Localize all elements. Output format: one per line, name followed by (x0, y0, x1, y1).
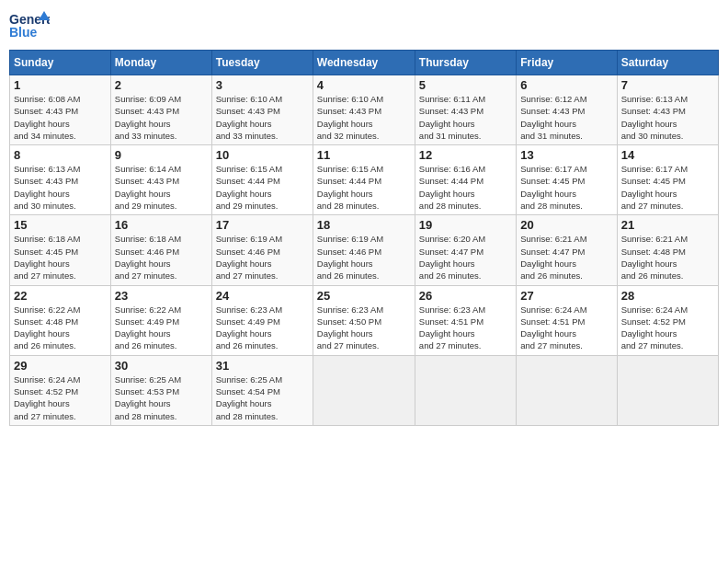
day-info: Sunrise: 6:13 AM Sunset: 4:43 PM Dayligh… (14, 163, 107, 212)
day-number: 9 (115, 148, 208, 162)
day-info: Sunrise: 6:25 AM Sunset: 4:53 PM Dayligh… (115, 373, 208, 422)
day-info: Sunrise: 6:14 AM Sunset: 4:43 PM Dayligh… (115, 163, 208, 212)
day-info: Sunrise: 6:21 AM Sunset: 4:48 PM Dayligh… (621, 233, 714, 282)
day-info: Sunrise: 6:10 AM Sunset: 4:43 PM Dayligh… (317, 93, 411, 142)
calendar-cell: 2 Sunrise: 6:09 AM Sunset: 4:43 PM Dayli… (110, 75, 211, 145)
day-info: Sunrise: 6:18 AM Sunset: 4:45 PM Dayligh… (14, 233, 107, 282)
day-number: 26 (419, 289, 512, 303)
day-number: 6 (520, 78, 612, 92)
day-info: Sunrise: 6:21 AM Sunset: 4:47 PM Dayligh… (520, 233, 612, 282)
calendar-cell: 3 Sunrise: 6:10 AM Sunset: 4:43 PM Dayli… (211, 75, 313, 145)
day-number: 23 (115, 289, 208, 303)
day-info: Sunrise: 6:13 AM Sunset: 4:43 PM Dayligh… (621, 93, 714, 142)
calendar-cell: 26 Sunrise: 6:23 AM Sunset: 4:51 PM Dayl… (415, 285, 516, 355)
day-info: Sunrise: 6:23 AM Sunset: 4:49 PM Dayligh… (216, 304, 309, 352)
day-number: 5 (419, 78, 512, 92)
calendar-cell: 15 Sunrise: 6:18 AM Sunset: 4:45 PM Dayl… (10, 215, 111, 285)
day-info: Sunrise: 6:15 AM Sunset: 4:44 PM Dayligh… (317, 163, 411, 212)
calendar-cell: 31 Sunrise: 6:25 AM Sunset: 4:54 PM Dayl… (211, 355, 313, 425)
calendar-cell: 24 Sunrise: 6:23 AM Sunset: 4:49 PM Dayl… (211, 285, 313, 355)
day-info: Sunrise: 6:17 AM Sunset: 4:45 PM Dayligh… (621, 163, 714, 212)
day-info: Sunrise: 6:22 AM Sunset: 4:49 PM Dayligh… (115, 304, 208, 352)
svg-text:Blue: Blue (9, 25, 38, 40)
calendar-cell: 19 Sunrise: 6:20 AM Sunset: 4:47 PM Dayl… (415, 215, 516, 285)
day-info: Sunrise: 6:24 AM Sunset: 4:52 PM Dayligh… (14, 373, 107, 422)
calendar-cell (517, 355, 617, 425)
day-number: 11 (317, 148, 411, 162)
calendar-cell: 16 Sunrise: 6:18 AM Sunset: 4:46 PM Dayl… (110, 215, 211, 285)
calendar-cell: 5 Sunrise: 6:11 AM Sunset: 4:43 PM Dayli… (415, 75, 516, 145)
day-number: 20 (520, 218, 612, 232)
calendar-cell: 29 Sunrise: 6:24 AM Sunset: 4:52 PM Dayl… (10, 355, 111, 425)
calendar-cell: 13 Sunrise: 6:17 AM Sunset: 4:45 PM Dayl… (517, 145, 617, 215)
day-info: Sunrise: 6:19 AM Sunset: 4:46 PM Dayligh… (216, 233, 309, 282)
header: General Blue (9, 9, 719, 42)
weekday-header: Monday (110, 51, 211, 75)
calendar-cell (313, 355, 415, 425)
day-number: 3 (216, 78, 309, 92)
weekday-header: Friday (517, 51, 617, 75)
day-info: Sunrise: 6:15 AM Sunset: 4:44 PM Dayligh… (216, 163, 309, 212)
calendar-cell: 7 Sunrise: 6:13 AM Sunset: 4:43 PM Dayli… (617, 75, 718, 145)
calendar-cell: 28 Sunrise: 6:24 AM Sunset: 4:52 PM Dayl… (617, 285, 718, 355)
day-info: Sunrise: 6:11 AM Sunset: 4:43 PM Dayligh… (419, 93, 512, 142)
day-number: 29 (14, 359, 107, 373)
calendar-week-row: 29 Sunrise: 6:24 AM Sunset: 4:52 PM Dayl… (10, 355, 719, 425)
calendar-cell: 21 Sunrise: 6:21 AM Sunset: 4:48 PM Dayl… (617, 215, 718, 285)
calendar-week-row: 8 Sunrise: 6:13 AM Sunset: 4:43 PM Dayli… (10, 145, 719, 215)
weekday-header: Thursday (415, 51, 516, 75)
day-number: 4 (317, 78, 411, 92)
calendar-cell: 22 Sunrise: 6:22 AM Sunset: 4:48 PM Dayl… (10, 285, 111, 355)
logo-icon: General Blue (9, 9, 50, 42)
day-number: 8 (14, 148, 107, 162)
day-info: Sunrise: 6:19 AM Sunset: 4:46 PM Dayligh… (317, 233, 411, 282)
day-info: Sunrise: 6:10 AM Sunset: 4:43 PM Dayligh… (216, 93, 309, 142)
calendar-cell: 1 Sunrise: 6:08 AM Sunset: 4:43 PM Dayli… (10, 75, 111, 145)
day-number: 24 (216, 289, 309, 303)
weekday-header: Tuesday (211, 51, 313, 75)
calendar-cell: 4 Sunrise: 6:10 AM Sunset: 4:43 PM Dayli… (313, 75, 415, 145)
day-info: Sunrise: 6:20 AM Sunset: 4:47 PM Dayligh… (419, 233, 512, 282)
day-number: 2 (115, 78, 208, 92)
calendar-table: SundayMondayTuesdayWednesdayThursdayFrid… (9, 50, 719, 426)
day-number: 27 (520, 289, 612, 303)
day-number: 13 (520, 148, 612, 162)
calendar-cell: 30 Sunrise: 6:25 AM Sunset: 4:53 PM Dayl… (110, 355, 211, 425)
day-info: Sunrise: 6:16 AM Sunset: 4:44 PM Dayligh… (419, 163, 512, 212)
calendar-week-row: 15 Sunrise: 6:18 AM Sunset: 4:45 PM Dayl… (10, 215, 719, 285)
calendar-week-row: 1 Sunrise: 6:08 AM Sunset: 4:43 PM Dayli… (10, 75, 719, 145)
weekday-header-row: SundayMondayTuesdayWednesdayThursdayFrid… (10, 51, 719, 75)
day-number: 25 (317, 289, 411, 303)
day-info: Sunrise: 6:23 AM Sunset: 4:51 PM Dayligh… (419, 304, 512, 352)
day-number: 21 (621, 218, 714, 232)
day-info: Sunrise: 6:24 AM Sunset: 4:52 PM Dayligh… (621, 304, 714, 352)
calendar-cell: 25 Sunrise: 6:23 AM Sunset: 4:50 PM Dayl… (313, 285, 415, 355)
calendar-cell: 17 Sunrise: 6:19 AM Sunset: 4:46 PM Dayl… (211, 215, 313, 285)
calendar-cell: 20 Sunrise: 6:21 AM Sunset: 4:47 PM Dayl… (517, 215, 617, 285)
day-info: Sunrise: 6:08 AM Sunset: 4:43 PM Dayligh… (14, 93, 107, 142)
calendar-cell: 10 Sunrise: 6:15 AM Sunset: 4:44 PM Dayl… (211, 145, 313, 215)
day-number: 10 (216, 148, 309, 162)
day-number: 28 (621, 289, 714, 303)
weekday-header: Saturday (617, 51, 718, 75)
calendar-cell: 27 Sunrise: 6:24 AM Sunset: 4:51 PM Dayl… (517, 285, 617, 355)
day-number: 30 (115, 359, 208, 373)
calendar-cell: 12 Sunrise: 6:16 AM Sunset: 4:44 PM Dayl… (415, 145, 516, 215)
day-number: 31 (216, 359, 309, 373)
day-number: 7 (621, 78, 714, 92)
calendar-cell: 6 Sunrise: 6:12 AM Sunset: 4:43 PM Dayli… (517, 75, 617, 145)
day-info: Sunrise: 6:09 AM Sunset: 4:43 PM Dayligh… (115, 93, 208, 142)
day-number: 17 (216, 218, 309, 232)
calendar-cell: 9 Sunrise: 6:14 AM Sunset: 4:43 PM Dayli… (110, 145, 211, 215)
calendar-cell: 18 Sunrise: 6:19 AM Sunset: 4:46 PM Dayl… (313, 215, 415, 285)
day-info: Sunrise: 6:25 AM Sunset: 4:54 PM Dayligh… (216, 373, 309, 422)
day-info: Sunrise: 6:17 AM Sunset: 4:45 PM Dayligh… (520, 163, 612, 212)
calendar-cell (415, 355, 516, 425)
day-number: 16 (115, 218, 208, 232)
day-number: 14 (621, 148, 714, 162)
day-number: 19 (419, 218, 512, 232)
logo: General Blue (9, 9, 53, 42)
weekday-header: Sunday (10, 51, 111, 75)
day-number: 12 (419, 148, 512, 162)
calendar-cell (617, 355, 718, 425)
